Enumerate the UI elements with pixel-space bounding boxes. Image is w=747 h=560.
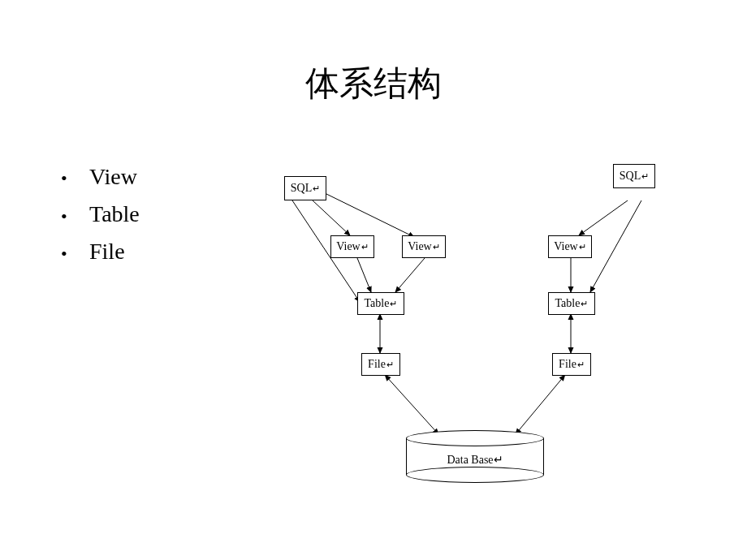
svg-line-10 [386, 376, 438, 434]
slide-title: 体系结构 [0, 0, 747, 106]
database-text: Data Base [447, 454, 493, 466]
svg-line-4 [395, 258, 425, 292]
cylinder-bottom [406, 467, 544, 483]
node-label: View [336, 240, 360, 253]
svg-line-0 [313, 200, 350, 235]
node-label: Table [555, 297, 581, 310]
return-icon: ↵ [641, 171, 649, 182]
node-file-2: File↵ [552, 353, 591, 376]
bullet-list: View Table File [61, 158, 140, 271]
return-icon: ↵ [577, 360, 585, 370]
list-item: File [61, 233, 140, 270]
svg-line-7 [590, 200, 641, 292]
return-icon: ↵ [581, 299, 588, 309]
node-sql-left: SQL↵ [284, 176, 326, 200]
list-item: Table [61, 196, 140, 233]
node-label: Data Base↵ [406, 453, 544, 467]
list-item: View [61, 158, 140, 196]
node-table-2: Table↵ [548, 292, 595, 315]
return-icon: ↵ [390, 299, 397, 309]
node-label: View [408, 240, 431, 253]
node-label: SQL [620, 170, 641, 183]
cylinder-top [406, 430, 544, 446]
svg-line-1 [325, 193, 414, 237]
svg-line-11 [516, 376, 564, 434]
node-view-1: View↵ [330, 235, 374, 258]
return-icon: ↵ [494, 454, 503, 466]
node-label: File [368, 358, 386, 371]
return-icon: ↵ [361, 242, 369, 252]
return-icon: ↵ [313, 183, 320, 194]
svg-line-6 [579, 200, 628, 235]
return-icon: ↵ [433, 242, 440, 252]
node-label: Table [365, 297, 390, 310]
node-sql-right: SQL↵ [613, 164, 655, 188]
node-file-1: File↵ [361, 353, 400, 376]
svg-line-3 [357, 258, 371, 292]
node-label: View [554, 240, 577, 253]
node-table-1: Table↵ [357, 292, 404, 315]
node-view-3: View↵ [548, 235, 592, 258]
node-label: File [559, 358, 576, 371]
return-icon: ↵ [386, 360, 394, 370]
node-label: SQL [291, 182, 312, 195]
node-view-2: View↵ [402, 235, 446, 258]
return-icon: ↵ [579, 242, 586, 252]
node-database: Data Base↵ [406, 430, 544, 483]
architecture-diagram: SQL↵ SQL↵ View↵ View↵ View↵ Table↵ Table… [280, 162, 694, 503]
